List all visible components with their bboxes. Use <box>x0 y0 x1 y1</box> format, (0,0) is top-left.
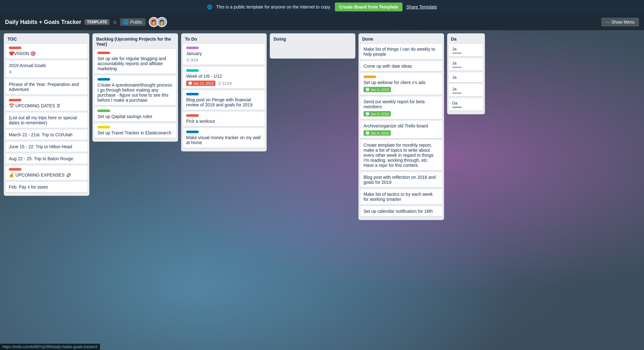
list-cards-backlog: Set up site for regular blogging and acc… <box>92 49 178 142</box>
list-cards-todo: January ☑ 3/14 Week of 1/6 - 1/12 🕐 <box>181 44 267 151</box>
globe-small-icon: 🌐 <box>123 20 129 25</box>
due-badge-green: 🕐 Jan 9, 2019 <box>364 87 391 92</box>
due-badge-green: 🕐 Jan 9, 2019 <box>364 111 391 116</box>
card-weekly-report[interactable]: Send out weekly report for beta members … <box>360 97 442 119</box>
toc-item-goals[interactable]: 2019 Annual Goals ≡ <box>6 60 87 77</box>
card-blog-site[interactable]: Set up site for regular blogging and acc… <box>94 49 176 74</box>
card-blog-post-penge[interactable]: Blog post on Penge with financial review… <box>183 90 265 110</box>
clock-icon: 🕐 <box>365 88 370 92</box>
card-date-ideas[interactable]: Come up with date ideas <box>360 61 442 71</box>
status-bar: https://trello.com/b/M0YqG8f0/daily-habi… <box>0 344 100 350</box>
card-archive-trello[interactable]: Archive/organize old Trello board 🕐 Jan … <box>360 121 442 138</box>
list-backlog: Backlog (Upcoming Projects for the Year)… <box>92 33 178 142</box>
card-da-2[interactable]: Ja <box>449 58 483 71</box>
card-text: Make visual money tracker on my wall at … <box>186 135 261 145</box>
card-january[interactable]: January ☑ 3/14 <box>183 44 265 65</box>
card-text: Blog post with reflection on 2018 and go… <box>364 175 436 185</box>
card-text: Archive/organize old Trello board <box>364 123 439 128</box>
list-cards-da: Ja Ja Ja Ja Da <box>447 44 485 114</box>
toc-item-phrase[interactable]: Phrase of the Year: Preparation and Adve… <box>6 79 87 94</box>
list-header-doing: Doing <box>270 33 355 44</box>
card-label-teal <box>186 69 199 72</box>
card-label-blue <box>186 131 199 133</box>
toc-item-text: 📅 UPCOMING DATES 🗓 <box>9 103 61 108</box>
card-da-5[interactable]: Da <box>449 98 483 110</box>
toc-item-dates[interactable]: 📅 UPCOMING DATES 🗓 <box>6 96 87 111</box>
card-text: Make list of things I can do weekly to h… <box>364 47 435 57</box>
toc-item-taxes[interactable]: Feb: Pay x for taxes <box>6 182 87 192</box>
card-label-red <box>9 168 21 171</box>
list-doing: Doing <box>270 33 355 59</box>
show-menu-button[interactable]: ··· Show Menu <box>601 18 639 26</box>
visibility-label: Public <box>130 20 142 25</box>
card-label-green <box>97 110 110 112</box>
card-tactics-list[interactable]: Make list of tactics to try each week fo… <box>360 189 442 204</box>
menu-dots-icon: ··· <box>606 20 609 25</box>
card-badges: 🕐 Jan 9, 2019 <box>364 87 439 92</box>
due-badge: 🕐 Jan 12, 2019 <box>186 81 215 86</box>
toc-item-trip-hh[interactable]: June 15 - 22: Trip to Hilton Head <box>6 142 87 152</box>
board-header-left: Daily Habits + Goals Tracker TEMPLATE ☆ … <box>5 17 167 27</box>
align-icon: ≡ <box>9 69 84 75</box>
card-qapital[interactable]: Set up Qapital savings rules <box>94 107 176 121</box>
checklist-value: 11/14 <box>222 81 232 86</box>
card-blog-reflection[interactable]: Blog post with reflection on 2018 and go… <box>360 172 442 187</box>
toc-item-trips-note[interactable]: (List out all my trips here or special d… <box>6 113 87 128</box>
toc-item-text: 2019 Annual Goals <box>9 63 46 68</box>
toc-item-text: March 22 - 21st: Trip to CO/Utah <box>9 132 72 137</box>
board-header-right: ··· Show Menu <box>601 18 639 26</box>
notification-text: This is a public template for anyone on … <box>216 4 331 9</box>
board-header: Daily Habits + Goals Tracker TEMPLATE ☆ … <box>0 14 644 30</box>
card-text: Create A questionaire/thought process I … <box>97 82 172 103</box>
card-badges: ☑ 3/14 <box>186 58 262 62</box>
card-text: Week of 1/6 - 1/12 <box>186 74 262 79</box>
card-travel-tracker[interactable]: Set up Travel Tracker in Elasticsearch <box>94 123 176 138</box>
due-value: Jan 12, 2019 <box>193 82 214 85</box>
star-icon[interactable]: ☆ <box>113 19 117 25</box>
card-label-red <box>97 52 110 54</box>
status-url: https://trello.com/b/M0YqG8f0/daily-habi… <box>3 345 97 349</box>
card-weekly-help[interactable]: Make list of things I can do weekly to h… <box>360 44 442 59</box>
list-header-todo: To Do <box>181 33 267 44</box>
toc-item-expenses[interactable]: 💰 UPCOMING EXPENSES 💸 <box>6 166 87 180</box>
card-questionaire[interactable]: Create A questionaire/thought process I … <box>94 76 176 105</box>
card-calendar-notification[interactable]: Set up calendar notification for 16th <box>360 206 442 216</box>
share-template-button[interactable]: Share Template <box>406 4 437 9</box>
template-badge: TEMPLATE <box>85 19 110 25</box>
list-cards-toc: ❤️VISION 🎯 2019 Annual Goals ≡ Phrase of… <box>4 44 89 196</box>
toc-item-trip-br[interactable]: Aug 22 - 25: Trip to Baton Rouge <box>6 154 87 164</box>
card-webinar[interactable]: Set up webinar for client x's ads 🕐 Jan … <box>360 73 442 95</box>
card-stripe <box>452 67 462 68</box>
card-label-red <box>186 114 199 117</box>
toc-item-text: 💰 UPCOMING EXPENSES 💸 <box>9 172 71 178</box>
board-background: TOC ❤️VISION 🎯 2019 Annual Goals ≡ Phras… <box>0 30 644 350</box>
checklist-badge: ☑ 3/14 <box>186 58 198 62</box>
card-da-1[interactable]: Ja <box>449 44 483 56</box>
card-label-red <box>9 99 21 101</box>
clock-icon: 🕐 <box>365 112 370 116</box>
toc-item-text: ❤️VISION 🎯 <box>9 51 36 56</box>
create-board-button[interactable]: Create Board from Template <box>335 3 402 11</box>
checklist-value: 3/14 <box>191 58 198 62</box>
card-monthly-template[interactable]: Create template for monthly report, make… <box>360 140 442 170</box>
card-text: Send out weekly report for beta members <box>364 99 439 109</box>
card-money-tracker[interactable]: Make visual money tracker on my wall at … <box>183 128 265 148</box>
card-week-1-6[interactable]: Week of 1/6 - 1/12 🕐 Jan 12, 2019 ☑ 11/1… <box>183 67 265 88</box>
card-label-red <box>9 47 21 49</box>
card-workout[interactable]: Pick a workout <box>183 112 265 126</box>
list-toc: TOC ❤️VISION 🎯 2019 Annual Goals ≡ Phras… <box>4 33 89 196</box>
toc-item-vision[interactable]: ❤️VISION 🎯 <box>6 44 87 59</box>
visibility-button[interactable]: 🌐 Public <box>120 18 145 26</box>
card-da-4[interactable]: Ja <box>449 84 483 96</box>
card-text: Pick a workout <box>186 119 215 124</box>
toc-item-trip-co[interactable]: March 22 - 21st: Trip to CO/Utah <box>6 130 87 140</box>
clock-icon: 🕐 <box>188 81 192 85</box>
due-value: Jan 9, 2019 <box>371 112 389 116</box>
checklist-icon: ☑ <box>218 81 221 86</box>
card-text: Set up calendar notification for 16th <box>364 209 433 214</box>
list-header-backlog: Backlog (Upcoming Projects for the Year) <box>92 33 178 49</box>
card-da-3[interactable]: Ja <box>449 72 483 82</box>
card-text: Create template for monthly report, make… <box>364 143 434 168</box>
card-label-purple <box>186 47 199 49</box>
due-value: Jan 8, 2019 <box>371 131 389 135</box>
